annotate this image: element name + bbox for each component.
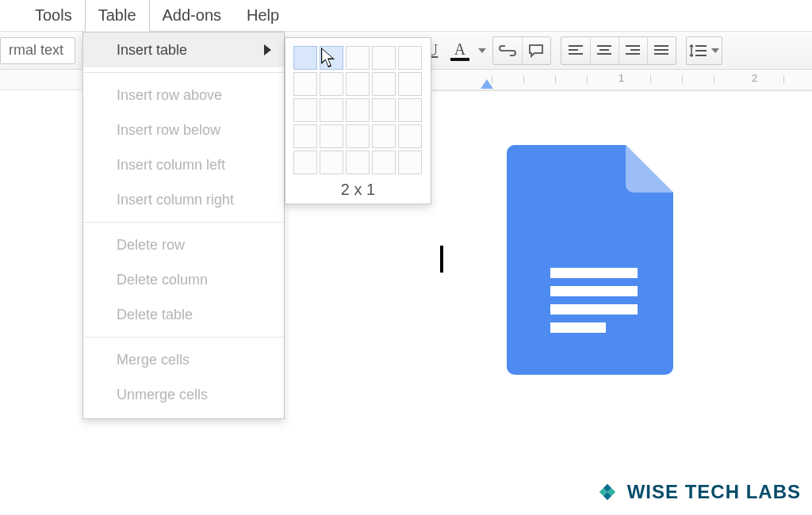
align-left-icon bbox=[569, 45, 583, 56]
chevron-down-icon bbox=[478, 48, 486, 53]
menu-insert-column-left: Insert column left bbox=[83, 147, 284, 182]
menu-addons[interactable]: Add-ons bbox=[150, 0, 235, 31]
grid-cell[interactable] bbox=[293, 151, 317, 174]
insert-link-button[interactable] bbox=[493, 37, 522, 64]
paragraph-style-dropdown[interactable]: rmal text bbox=[0, 37, 75, 64]
grid-cell[interactable] bbox=[293, 124, 317, 148]
submenu-arrow-icon bbox=[264, 44, 271, 55]
grid-cell[interactable] bbox=[398, 46, 422, 70]
align-left-button[interactable] bbox=[561, 37, 590, 64]
grid-cell[interactable] bbox=[346, 151, 370, 174]
watermark-logo: WISE TECH LABS bbox=[594, 479, 801, 505]
grid-cell[interactable] bbox=[293, 98, 317, 122]
align-group bbox=[561, 36, 676, 65]
google-docs-logo bbox=[507, 145, 681, 375]
grid-cell[interactable] bbox=[346, 72, 370, 96]
grid-cell[interactable] bbox=[346, 124, 370, 148]
table-size-picker[interactable]: 2 x 1 bbox=[285, 37, 431, 204]
menu-insert-row-above: Insert row above bbox=[83, 78, 284, 113]
menu-insert-table[interactable]: Insert table bbox=[83, 32, 284, 67]
grid-cell[interactable] bbox=[346, 46, 370, 70]
table-size-label: 2 x 1 bbox=[293, 174, 423, 199]
line-spacing-group bbox=[686, 36, 722, 65]
grid-cell[interactable] bbox=[372, 46, 396, 70]
menu-separator bbox=[83, 222, 284, 223]
svg-rect-3 bbox=[550, 322, 606, 333]
menubar: Tools Table Add-ons Help bbox=[0, 0, 812, 32]
menu-unmerge-cells: Unmerge cells bbox=[83, 377, 284, 412]
grid-cell[interactable] bbox=[372, 72, 396, 96]
grid-cell[interactable] bbox=[320, 124, 343, 148]
align-center-button[interactable] bbox=[590, 37, 619, 64]
watermark-text: WISE TECH LABS bbox=[627, 481, 801, 503]
menu-table[interactable]: Table bbox=[85, 0, 150, 32]
menu-separator bbox=[83, 337, 284, 338]
text-color-dropdown[interactable] bbox=[473, 37, 488, 64]
svg-rect-0 bbox=[550, 268, 638, 278]
table-dropdown-menu: Insert table Insert row above Insert row… bbox=[82, 32, 285, 419]
align-justify-button[interactable] bbox=[647, 37, 676, 64]
text-caret bbox=[440, 246, 443, 273]
insert-comment-button[interactable] bbox=[522, 37, 550, 64]
grid-cell[interactable] bbox=[293, 46, 317, 70]
menu-tools[interactable]: Tools bbox=[22, 0, 85, 31]
menu-separator bbox=[83, 72, 284, 73]
line-spacing-button[interactable] bbox=[687, 37, 722, 64]
text-color-glyph: A bbox=[454, 40, 465, 59]
menu-insert-column-right: Insert column right bbox=[83, 182, 284, 217]
grid-cell[interactable] bbox=[398, 72, 422, 96]
grid-cell[interactable] bbox=[372, 124, 396, 148]
menu-delete-row: Delete row bbox=[83, 227, 284, 262]
align-right-icon bbox=[626, 45, 640, 56]
menu-merge-cells: Merge cells bbox=[83, 342, 284, 377]
chevron-down-icon bbox=[711, 48, 719, 53]
ruler-mark-2: 2 bbox=[752, 72, 757, 84]
grid-cell[interactable] bbox=[320, 98, 343, 122]
align-justify-icon bbox=[654, 45, 668, 56]
text-color-button[interactable]: A bbox=[446, 37, 473, 64]
line-spacing-icon bbox=[689, 44, 707, 58]
menu-delete-column: Delete column bbox=[83, 262, 284, 297]
paragraph-style-label: rmal text bbox=[9, 42, 63, 59]
grid-cell[interactable] bbox=[346, 98, 370, 122]
grid-cell[interactable] bbox=[320, 72, 343, 96]
grid-cell[interactable] bbox=[293, 72, 317, 96]
grid-cell[interactable] bbox=[398, 98, 422, 122]
grid-cell[interactable] bbox=[398, 151, 422, 174]
align-center-icon bbox=[597, 45, 611, 56]
comment-icon bbox=[528, 44, 544, 58]
grid-cell[interactable] bbox=[372, 98, 396, 122]
grid-cell[interactable] bbox=[320, 46, 343, 70]
grid-cell[interactable] bbox=[372, 151, 396, 174]
align-right-button[interactable] bbox=[619, 37, 647, 64]
link-icon bbox=[499, 45, 516, 56]
svg-rect-1 bbox=[550, 286, 638, 296]
menu-insert-row-below: Insert row below bbox=[83, 113, 284, 147]
link-group bbox=[492, 36, 551, 65]
menu-delete-table: Delete table bbox=[83, 297, 284, 332]
menu-help[interactable]: Help bbox=[234, 0, 292, 31]
wisetechlabs-icon bbox=[594, 479, 621, 505]
ruler-mark-1: 1 bbox=[619, 72, 624, 84]
grid-cell[interactable] bbox=[398, 124, 422, 148]
svg-rect-2 bbox=[550, 304, 638, 315]
grid-cell[interactable] bbox=[320, 151, 343, 174]
table-size-grid[interactable] bbox=[293, 46, 423, 174]
